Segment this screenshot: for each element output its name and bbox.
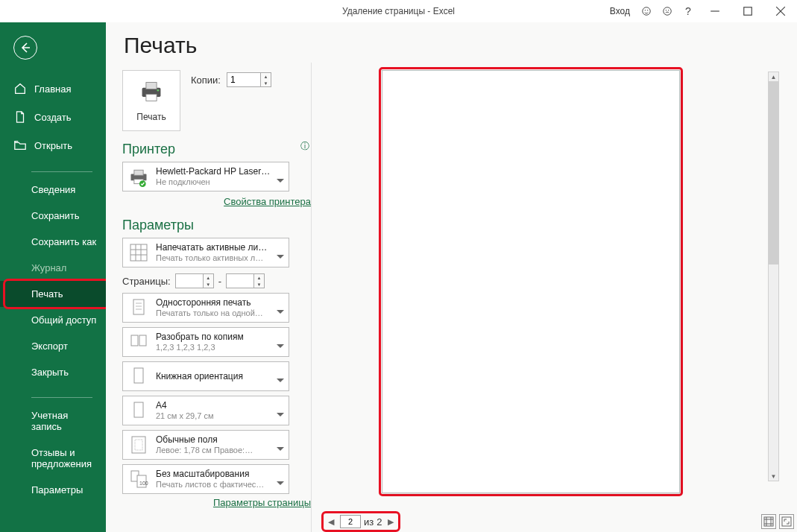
page-single-icon xyxy=(127,297,150,318)
show-margins-button[interactable] xyxy=(761,514,776,529)
sidebar-item-new[interactable]: Создать xyxy=(0,103,106,131)
sidebar-item-home[interactable]: Главная xyxy=(0,75,106,103)
svg-rect-27 xyxy=(131,335,138,346)
window-title: Удаление страницы - Excel xyxy=(342,6,455,16)
svg-text:100: 100 xyxy=(139,481,148,486)
chevron-down-icon xyxy=(277,305,284,310)
svg-rect-23 xyxy=(133,300,144,314)
params-section-title: Параметры xyxy=(122,218,311,233)
sidebar-item-save[interactable]: Сохранить xyxy=(0,203,106,229)
svg-point-13 xyxy=(157,89,160,91)
spinner-down-icon[interactable]: ▼ xyxy=(261,80,271,86)
svg-point-0 xyxy=(643,7,651,16)
printer-status: Не подключен xyxy=(156,177,271,187)
pages-label: Страницы: xyxy=(122,276,171,287)
print-button[interactable]: Печать xyxy=(122,70,180,131)
fit-to-page-button[interactable] xyxy=(779,514,794,529)
portrait-icon xyxy=(127,366,150,387)
face-smile-icon[interactable] xyxy=(636,0,657,22)
collate-select[interactable]: Разобрать по копиям1,2,3 1,2,3 1,2,3 xyxy=(122,327,289,357)
sidebar-item-close[interactable]: Закрыть xyxy=(0,359,106,385)
chevron-down-icon xyxy=(277,477,284,481)
scroll-down-icon[interactable]: ▼ xyxy=(769,472,778,481)
duplex-select[interactable]: Односторонняя печатьПечатать только на о… xyxy=(122,293,289,323)
svg-rect-11 xyxy=(146,82,157,89)
scaling-icon: 100 xyxy=(127,469,150,490)
pager: ◀ из 2 ▶ xyxy=(325,515,397,528)
dash: - xyxy=(218,276,221,287)
grid-icon xyxy=(127,242,150,263)
page-title: Печать xyxy=(106,22,797,63)
scrollbar[interactable]: ▲ ▼ xyxy=(768,72,779,481)
page-from-spinner[interactable]: ▲▼ xyxy=(175,273,214,288)
svg-point-1 xyxy=(645,10,646,11)
scrollbar-thumb[interactable] xyxy=(769,81,778,265)
sidebar-item-feedback[interactable]: Отзывы и предложения xyxy=(0,440,106,477)
svg-rect-7 xyxy=(744,7,752,16)
face-frown-icon[interactable] xyxy=(657,0,678,22)
chevron-down-icon xyxy=(277,443,284,447)
svg-point-4 xyxy=(666,10,667,11)
chevron-down-icon xyxy=(277,408,284,413)
svg-rect-41 xyxy=(782,517,791,526)
chevron-down-icon xyxy=(277,340,284,344)
total-pages: 2 xyxy=(377,516,382,528)
maximize-button[interactable] xyxy=(731,0,764,22)
sidebar-item-open[interactable]: Открыть xyxy=(0,131,106,159)
svg-point-2 xyxy=(647,10,648,11)
page-preview xyxy=(382,70,680,493)
printer-properties-link[interactable]: Свойства принтера xyxy=(224,196,311,207)
paper-select[interactable]: A421 см x 29,7 см xyxy=(122,396,289,425)
spinner-up-icon[interactable]: ▲ xyxy=(261,73,271,80)
svg-point-3 xyxy=(664,7,672,16)
signin-link[interactable]: Вход xyxy=(604,6,636,16)
a4-icon xyxy=(127,400,150,421)
sidebar-item-export[interactable]: Экспорт xyxy=(0,333,106,359)
svg-rect-31 xyxy=(132,437,145,453)
margins-select[interactable]: Обычные поляЛевое: 1,78 см Правое:… xyxy=(122,430,289,460)
divider xyxy=(31,171,92,172)
sidebar-item-options[interactable]: Параметры xyxy=(0,477,106,503)
prev-page-button[interactable]: ◀ xyxy=(325,515,337,528)
printer-section-title: Принтер xyxy=(122,142,299,157)
sidebar-item-share[interactable]: Общий доступ xyxy=(0,307,106,333)
printer-icon xyxy=(138,80,165,106)
copies-label: Копии: xyxy=(191,75,221,86)
collate-icon xyxy=(127,332,150,352)
chevron-down-icon xyxy=(277,374,284,379)
svg-rect-36 xyxy=(764,517,773,526)
svg-rect-28 xyxy=(139,335,146,346)
sidebar-item-saveas[interactable]: Сохранить как xyxy=(0,229,106,255)
svg-rect-15 xyxy=(134,170,143,175)
print-button-label: Печать xyxy=(136,112,166,122)
svg-rect-29 xyxy=(134,368,143,383)
page-setup-link[interactable]: Параметры страницы xyxy=(213,497,311,508)
copies-input[interactable] xyxy=(227,72,261,87)
sidebar-item-account[interactable]: Учетная запись xyxy=(0,402,106,440)
printer-select[interactable]: Hewlett-Packard HP LaserJe…Не подключен xyxy=(122,162,289,191)
page-to-spinner[interactable]: ▲▼ xyxy=(226,273,265,288)
margins-icon xyxy=(127,434,150,455)
print-what-select[interactable]: Напечатать активные листыПечать только а… xyxy=(122,238,289,267)
svg-rect-30 xyxy=(134,402,143,417)
info-icon[interactable]: ⓘ xyxy=(299,141,311,153)
current-page-input[interactable] xyxy=(340,515,361,528)
svg-point-5 xyxy=(668,10,669,11)
minimize-button[interactable] xyxy=(699,0,731,22)
scaling-select[interactable]: 100 Без масштабированияПечать листов с ф… xyxy=(122,464,289,494)
orientation-select[interactable]: Книжная ориентация xyxy=(122,361,289,391)
next-page-button[interactable]: ▶ xyxy=(385,515,397,528)
help-button[interactable]: ? xyxy=(678,0,699,22)
backstage-sidebar: Главная Создать Открыть Сведения Сохрани… xyxy=(0,22,106,532)
sidebar-item-info[interactable]: Сведения xyxy=(0,177,106,203)
divider xyxy=(31,397,92,398)
sidebar-item-history[interactable]: Журнал xyxy=(0,255,106,281)
chevron-down-icon xyxy=(277,250,284,255)
back-button[interactable] xyxy=(13,36,37,60)
svg-rect-12 xyxy=(146,94,157,101)
scroll-up-icon[interactable]: ▲ xyxy=(769,72,778,81)
copies-spinner[interactable]: ▲▼ xyxy=(227,72,271,87)
sidebar-item-print[interactable]: Печать xyxy=(0,281,106,307)
printer-small-icon xyxy=(127,166,150,187)
close-button[interactable] xyxy=(764,0,797,22)
